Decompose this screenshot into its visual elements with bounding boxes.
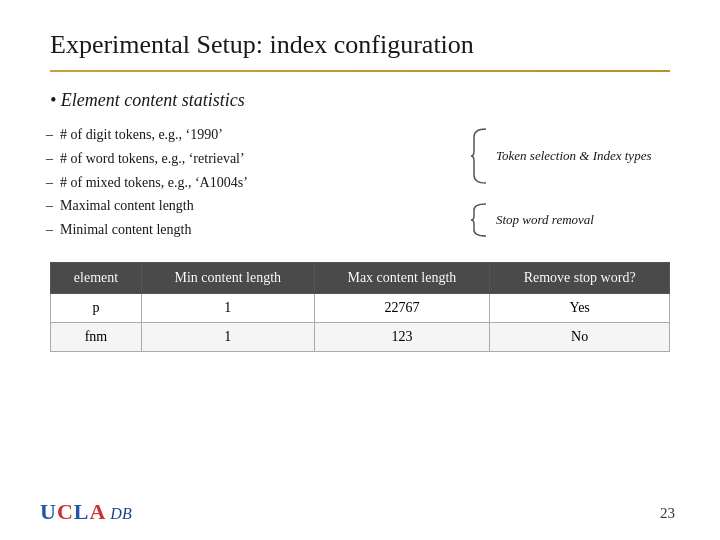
logo-text: UCLA [40, 499, 106, 525]
annotation-bottom-group: Stop word removal [470, 202, 670, 238]
annotations-area: Token selection & Index types Stop word … [470, 123, 670, 242]
annotation-top-text: Token selection & Index types [496, 147, 651, 165]
bullet-2: # of word tokens, e.g., ‘retrieval’ [50, 147, 460, 171]
brace-top-icon [470, 127, 488, 185]
bullet-5: Minimal content length [50, 218, 460, 242]
col-header-element: element [51, 262, 142, 293]
bullet-4: Maximal content length [50, 194, 460, 218]
annotation-top-group: Token selection & Index types [470, 127, 670, 185]
table-row: p 1 22767 Yes [51, 293, 670, 322]
cell-element-0: p [51, 293, 142, 322]
col-header-stop: Remove stop word? [490, 262, 670, 293]
content-section: # of digit tokens, e.g., ‘1990’ # of wor… [50, 123, 670, 242]
table-row: fnm 1 123 No [51, 322, 670, 351]
logo-db-text: DB [110, 505, 131, 523]
bullet-1: # of digit tokens, e.g., ‘1990’ [50, 123, 460, 147]
cell-min-0: 1 [141, 293, 314, 322]
cell-max-0: 22767 [314, 293, 490, 322]
col-header-max: Max content length [314, 262, 490, 293]
slide-title: Experimental Setup: index configuration [50, 30, 670, 60]
title-divider [50, 70, 670, 72]
cell-stop-1: No [490, 322, 670, 351]
annotation-bottom-text: Stop word removal [496, 211, 594, 229]
cell-min-1: 1 [141, 322, 314, 351]
section-heading: • Element content statistics [50, 90, 670, 111]
bullet-3: # of mixed tokens, e.g., ‘A1004s’ [50, 171, 460, 195]
data-table: element Min content length Max content l… [50, 262, 670, 352]
page-number: 23 [660, 505, 675, 522]
slide: Experimental Setup: index configuration … [0, 0, 720, 540]
cell-max-1: 123 [314, 322, 490, 351]
cell-element-1: fnm [51, 322, 142, 351]
ucla-logo: UCLA DB [40, 499, 132, 525]
cell-stop-0: Yes [490, 293, 670, 322]
bullet-list: # of digit tokens, e.g., ‘1990’ # of wor… [50, 123, 460, 242]
col-header-min: Min content length [141, 262, 314, 293]
brace-bottom-icon [470, 202, 488, 238]
